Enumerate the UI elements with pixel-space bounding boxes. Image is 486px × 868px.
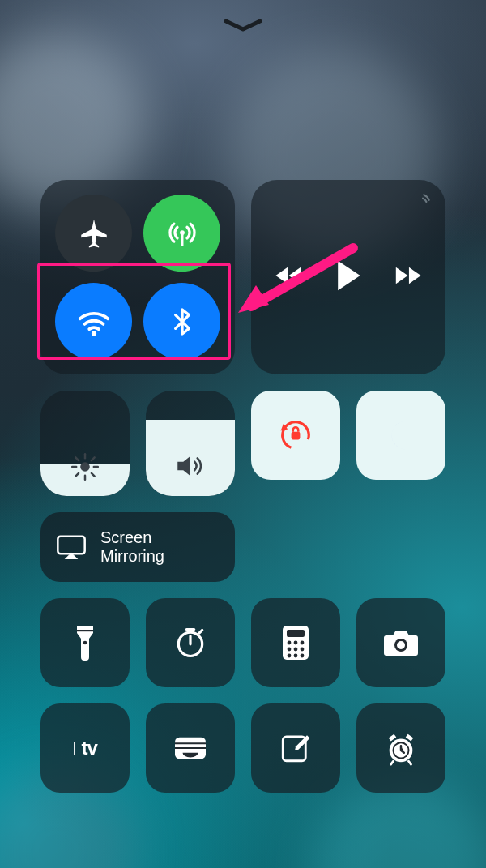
volume-icon [146, 449, 235, 483]
wallet-button[interactable] [146, 703, 235, 793]
wallet-icon [172, 733, 209, 763]
airplane-mode-toggle[interactable] [55, 195, 132, 272]
wifi-toggle[interactable] [55, 283, 132, 360]
bluetooth-icon [166, 306, 198, 338]
svg-point-33 [397, 641, 405, 649]
svg-point-24 [294, 641, 298, 645]
calculator-icon [281, 624, 310, 661]
rotation-lock-icon [275, 414, 317, 456]
screen-mirroring-button[interactable]: Screen Mirroring [40, 512, 235, 582]
shortcuts-row-1 [40, 598, 446, 687]
timer-button[interactable] [146, 598, 235, 687]
svg-point-26 [288, 648, 292, 652]
camera-icon [382, 627, 420, 658]
svg-point-5 [80, 462, 90, 472]
apple-tv-remote-button[interactable]: tv [40, 703, 130, 793]
alarm-clock-icon [382, 730, 420, 766]
svg-line-20 [199, 630, 202, 633]
svg-rect-4 [292, 432, 301, 440]
svg-rect-22 [287, 630, 305, 637]
svg-rect-14 [58, 537, 84, 554]
screen-mirroring-label: Screen Mirroring [100, 528, 164, 566]
slider-pair [40, 391, 235, 496]
notes-button[interactable] [251, 703, 340, 793]
svg-point-30 [294, 654, 298, 658]
apple-logo-icon:  [73, 736, 80, 761]
svg-rect-16 [77, 630, 93, 631]
svg-point-31 [301, 654, 305, 658]
cellular-antenna-icon [164, 216, 200, 251]
svg-point-23 [288, 641, 292, 645]
play-button[interactable] [332, 258, 364, 297]
connectivity-module[interactable] [40, 180, 235, 374]
timer-icon [173, 625, 208, 661]
screen-mirroring-icon [55, 533, 87, 561]
svg-point-15 [83, 641, 87, 645]
airplane-icon [77, 216, 111, 250]
svg-point-2 [91, 331, 96, 336]
svg-point-29 [288, 654, 292, 658]
svg-line-11 [92, 473, 95, 477]
compose-note-icon [279, 731, 313, 765]
svg-line-10 [75, 457, 79, 460]
toggle-pair [251, 391, 446, 480]
alarm-button[interactable] [356, 703, 446, 793]
camera-button[interactable] [356, 598, 446, 687]
next-track-button[interactable] [389, 263, 424, 292]
svg-line-12 [75, 473, 79, 477]
airplay-audio-icon [411, 191, 433, 216]
media-module[interactable] [251, 180, 446, 374]
previous-track-button[interactable] [272, 263, 308, 292]
shortcuts-row-2: tv [40, 703, 446, 793]
wifi-icon [75, 303, 113, 340]
svg-point-27 [294, 648, 298, 652]
svg-point-25 [301, 641, 305, 645]
calculator-button[interactable] [251, 598, 340, 687]
moon-icon [382, 417, 420, 454]
brightness-icon [40, 451, 130, 483]
svg-line-13 [92, 457, 95, 460]
apple-tv-label: tv [82, 737, 97, 759]
volume-slider[interactable] [146, 391, 235, 496]
close-chevron-icon[interactable] [223, 18, 263, 36]
bluetooth-toggle[interactable] [143, 283, 220, 360]
rotation-lock-toggle[interactable] [251, 391, 340, 480]
do-not-disturb-toggle[interactable] [356, 391, 446, 480]
svg-point-28 [301, 648, 305, 652]
brightness-slider[interactable] [40, 391, 130, 496]
cellular-data-toggle[interactable] [143, 195, 220, 272]
svg-rect-1 [181, 233, 183, 246]
flashlight-icon [71, 623, 99, 662]
flashlight-button[interactable] [40, 598, 130, 687]
